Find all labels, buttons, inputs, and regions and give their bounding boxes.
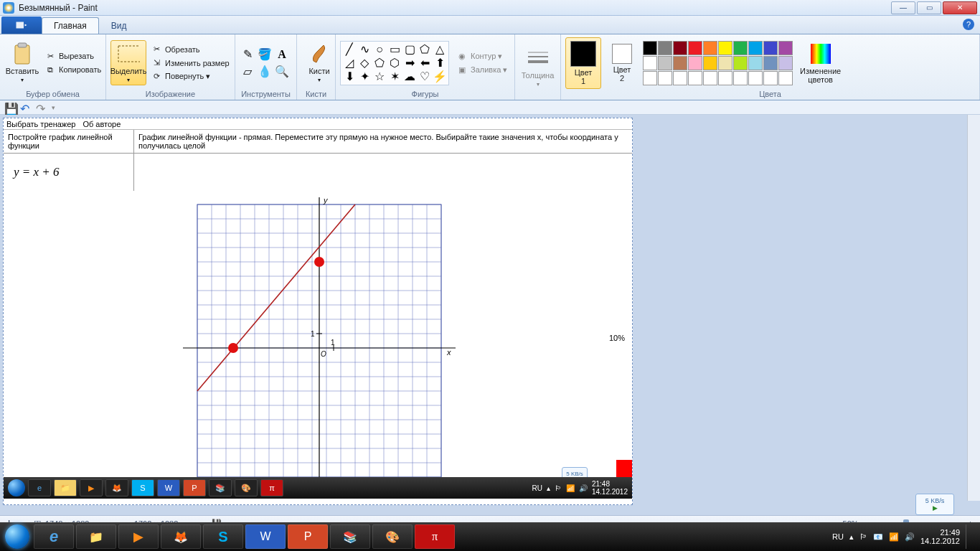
- inner-tb-explorer-icon[interactable]: 📁: [54, 479, 77, 496]
- shape-pentagon-icon[interactable]: ⬠: [372, 57, 387, 70]
- graph-point-a[interactable]: [228, 343, 238, 353]
- palette-swatch[interactable]: [733, 71, 748, 85]
- color2-button[interactable]: Цвет 2: [604, 42, 640, 84]
- trainer-menu-select[interactable]: Выбрать тренажер: [6, 120, 75, 128]
- fill-tool[interactable]: 🪣: [257, 47, 273, 62]
- color1-button[interactable]: Цвет 1: [565, 37, 601, 89]
- pencil-tool[interactable]: ✎: [240, 47, 255, 62]
- tb-winrar-icon[interactable]: 📚: [330, 524, 370, 549]
- graph-line[interactable]: [197, 204, 355, 391]
- palette-swatch[interactable]: [658, 41, 672, 55]
- inner-tb-skype-icon[interactable]: S: [131, 479, 154, 496]
- palette-swatch[interactable]: [688, 71, 702, 85]
- copy-button[interactable]: ⧉Копировать: [43, 63, 103, 76]
- palette-swatch[interactable]: [658, 71, 672, 85]
- paste-button[interactable]: Вставить ▾: [4, 41, 40, 85]
- trainer-graph[interactable]: 1 1 O x y: [140, 190, 499, 491]
- eraser-tool[interactable]: ▱: [240, 64, 255, 80]
- inner-tray-up-icon[interactable]: ▴: [547, 484, 550, 492]
- inner-tb-pi-icon[interactable]: π: [260, 479, 283, 496]
- inner-tb-paint-icon[interactable]: 🎨: [235, 479, 258, 496]
- shape-arrowu-icon[interactable]: ⬆: [433, 57, 447, 70]
- canvas-scrollbar-vertical[interactable]: [967, 115, 980, 501]
- inner-lang-indicator[interactable]: RU: [532, 484, 542, 492]
- tb-explorer-icon[interactable]: 📁: [76, 524, 116, 549]
- tray-flag-icon[interactable]: 🏳: [859, 532, 867, 541]
- resize-button[interactable]: ⇲Изменить размер: [149, 57, 231, 70]
- inner-tb-word-icon[interactable]: W: [157, 479, 180, 496]
- tb-pi-icon[interactable]: π: [415, 524, 455, 549]
- palette-swatch[interactable]: [643, 71, 657, 85]
- shape-triangle-icon[interactable]: △: [433, 43, 447, 56]
- qat-customize-icon[interactable]: ▾: [52, 104, 55, 111]
- inner-tb-ie-icon[interactable]: e: [28, 479, 51, 496]
- magnifier-tool[interactable]: 🔍: [274, 64, 290, 80]
- shape-roundrect-icon[interactable]: ▢: [402, 43, 417, 56]
- canvas-paper[interactable]: Выбрать тренажер Об авторе Постройте гра…: [3, 118, 633, 505]
- shape-lightning-icon[interactable]: ⚡: [433, 70, 447, 83]
- palette-swatch[interactable]: [673, 56, 687, 70]
- palette-swatch[interactable]: [763, 71, 778, 85]
- shape-star4-icon[interactable]: ✦: [357, 70, 372, 83]
- tb-wmp-icon[interactable]: ▶: [118, 524, 159, 549]
- tray-up-icon[interactable]: ▴: [849, 532, 854, 542]
- palette-swatch[interactable]: [673, 41, 687, 55]
- shape-outline-button[interactable]: ◉Контур ▾: [455, 50, 509, 62]
- shape-rtriangle-icon[interactable]: ◿: [342, 57, 357, 70]
- redo-icon[interactable]: ↷: [36, 102, 47, 113]
- tb-skype-icon[interactable]: S: [203, 524, 243, 549]
- tray-net-icon[interactable]: 📶: [889, 532, 899, 542]
- inner-tray-vol-icon[interactable]: 🔊: [579, 484, 588, 492]
- show-desktop-button[interactable]: [966, 524, 973, 549]
- shape-arrowr-icon[interactable]: ➡: [402, 57, 417, 70]
- palette-swatch[interactable]: [673, 71, 687, 85]
- shape-polygon-icon[interactable]: ⬠: [418, 43, 432, 56]
- tab-main[interactable]: Главная: [42, 17, 99, 34]
- palette-swatch[interactable]: [658, 56, 672, 70]
- palette-swatch[interactable]: [748, 71, 763, 85]
- shape-star6-icon[interactable]: ✶: [387, 70, 402, 83]
- shape-curve-icon[interactable]: ∿: [357, 43, 372, 56]
- palette-swatch[interactable]: [643, 56, 657, 70]
- thickness-button[interactable]: Толщина ▾: [519, 45, 556, 89]
- file-menu-button[interactable]: [1, 17, 42, 34]
- palette-swatch[interactable]: [778, 41, 793, 55]
- select-button[interactable]: Выделить ▾: [110, 40, 146, 85]
- palette-swatch[interactable]: [718, 41, 732, 55]
- help-icon[interactable]: ?: [963, 19, 974, 30]
- tb-ie-icon[interactable]: e: [34, 524, 74, 549]
- shape-fill-button[interactable]: ▣Заливка ▾: [455, 63, 509, 76]
- minimize-button[interactable]: —: [891, 1, 915, 14]
- palette-swatch[interactable]: [643, 41, 657, 55]
- tb-paint-icon[interactable]: 🎨: [372, 524, 413, 549]
- start-button[interactable]: [3, 524, 32, 550]
- inner-tray-flag-icon[interactable]: 🏳: [555, 484, 562, 492]
- picker-tool[interactable]: 💧: [257, 64, 273, 80]
- shapes-gallery[interactable]: ╱ ∿ ○ ▭ ▢ ⬠ △ ◿ ◇ ⬠ ⬡ ➡ ⬅ ⬆ ⬇ ✦ ☆ ✶ ☁ ♡: [340, 41, 449, 85]
- maximize-button[interactable]: ▭: [917, 1, 941, 14]
- palette-swatch[interactable]: [763, 41, 778, 55]
- shape-callout-icon[interactable]: ☁: [402, 70, 417, 83]
- tb-ppt-icon[interactable]: P: [288, 524, 328, 549]
- inner-start-button[interactable]: [8, 479, 25, 496]
- edit-colors-button[interactable]: Изменение цветов: [796, 41, 845, 85]
- palette-swatch[interactable]: [688, 56, 702, 70]
- palette-swatch[interactable]: [718, 56, 732, 70]
- inner-tray-net-icon[interactable]: 📶: [566, 484, 575, 492]
- palette-swatch[interactable]: [778, 56, 793, 70]
- shape-diamond-icon[interactable]: ◇: [357, 57, 372, 70]
- shape-arrowd-icon[interactable]: ⬇: [342, 70, 357, 83]
- shape-hexagon-icon[interactable]: ⬡: [387, 57, 402, 70]
- taskbar-clock[interactable]: 21:49 14.12.2012: [920, 528, 960, 545]
- palette-swatch[interactable]: [748, 56, 763, 70]
- palette-swatch[interactable]: [763, 56, 778, 70]
- palette-swatch[interactable]: [733, 41, 748, 55]
- shape-star5-icon[interactable]: ☆: [372, 70, 387, 83]
- tab-view[interactable]: Вид: [99, 17, 139, 34]
- close-button[interactable]: ✕: [943, 1, 977, 14]
- crop-button[interactable]: ✂Обрезать: [149, 43, 231, 56]
- shape-rect-icon[interactable]: ▭: [387, 43, 402, 56]
- tray-action-icon[interactable]: 📧: [873, 532, 883, 542]
- palette-swatch[interactable]: [718, 71, 732, 85]
- palette-swatch[interactable]: [703, 56, 717, 70]
